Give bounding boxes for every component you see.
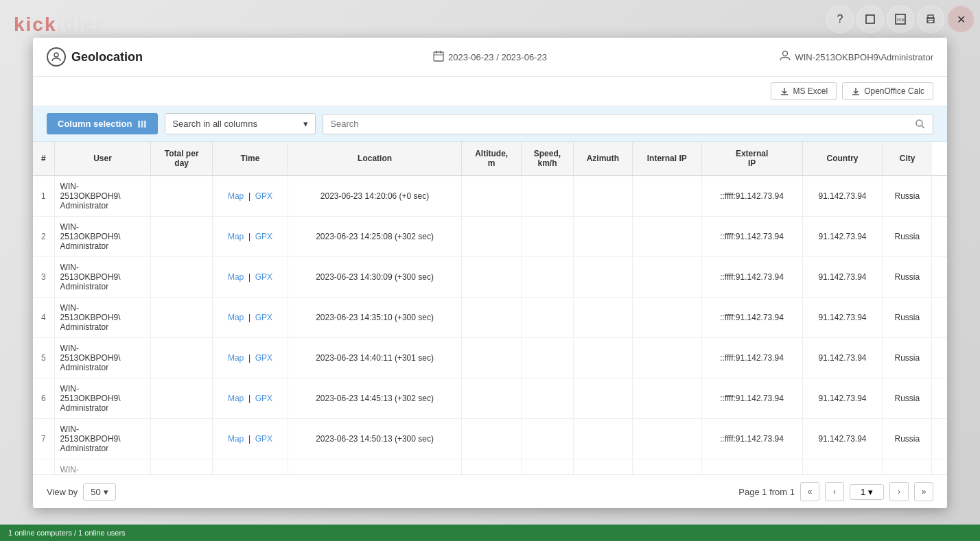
map-link[interactable]: Map [228, 232, 244, 241]
svg-rect-7 [434, 52, 443, 61]
cell-location [462, 459, 522, 475]
first-page-button[interactable]: « [800, 482, 819, 501]
cell-altitude [522, 217, 574, 257]
svg-point-6 [54, 53, 58, 57]
cell-altitude [522, 419, 574, 459]
calendar-icon [433, 51, 444, 64]
col-user: User [54, 142, 151, 176]
cell-num: 5 [33, 338, 54, 378]
cell-total [151, 459, 213, 475]
panel-title-area: Geolocation [47, 47, 780, 67]
view-by-chevron-icon: ▾ [104, 487, 108, 497]
pdf-button[interactable]: PDF [887, 5, 914, 33]
cell-time: 2023-06-23 14:30:09 (+300 sec) [288, 257, 462, 298]
search-input[interactable] [330, 119, 911, 129]
map-link[interactable]: Map [228, 353, 244, 363]
cell-user: WIN-2513OKBPOH9\Administrator [54, 298, 151, 338]
gpx-link[interactable]: GPX [255, 394, 272, 403]
gpx-link[interactable]: GPX [255, 191, 272, 201]
col-location: Location [288, 142, 462, 176]
cell-location [462, 419, 522, 459]
cell-azimuth [632, 419, 701, 459]
cell-city [932, 419, 947, 459]
cell-external-ip: 91.142.73.94 [802, 459, 883, 475]
cell-map-gpx: Map | GPX [212, 378, 288, 419]
cell-azimuth [632, 176, 701, 217]
cell-altitude [522, 338, 574, 378]
cell-internal-ip: ::ffff:91.142.73.94 [701, 378, 802, 419]
cell-external-ip: 91.142.73.94 [802, 338, 883, 378]
view-by-label: View by [47, 487, 78, 497]
cell-total [151, 217, 213, 257]
map-link[interactable]: Map [228, 434, 244, 444]
cell-altitude [522, 298, 574, 338]
cell-location [462, 338, 522, 378]
cell-num: 4 [33, 298, 54, 338]
cell-azimuth [632, 217, 701, 257]
cell-internal-ip: ::ffff:91.142.73.94 [701, 338, 802, 378]
map-link[interactable]: Map [228, 272, 244, 282]
cell-location [462, 176, 522, 217]
col-country: Country [802, 142, 883, 176]
print-icon-button[interactable] [917, 5, 944, 33]
gpx-link[interactable]: GPX [255, 232, 272, 241]
table-row: 4 WIN-2513OKBPOH9\Administrator Map | GP… [33, 298, 947, 338]
status-text: 1 online computers / 1 online users [8, 529, 126, 537]
cell-country: Russia [883, 217, 932, 257]
prev-page-button[interactable]: ‹ [825, 482, 844, 501]
svg-point-17 [916, 120, 922, 126]
panel-user-area: WIN-2513OKBPOH9\Administrator [780, 50, 933, 64]
openoffice-calc-button[interactable]: OpenOffice Calc [842, 82, 933, 100]
cell-city [932, 378, 947, 419]
gpx-link[interactable]: GPX [255, 353, 272, 363]
panel-username: WIN-2513OKBPOH9\Administrator [795, 52, 933, 62]
search-column-dropdown[interactable]: Search in all columns ▾ [165, 113, 316, 134]
cell-country: Russia [883, 459, 932, 475]
column-selection-button[interactable]: Column selection [47, 113, 158, 134]
page-info: Page 1 from 1 [738, 487, 795, 497]
cell-user: WIN-2513OKBPOH9\Administrator [54, 176, 151, 217]
map-link[interactable]: Map [228, 394, 244, 403]
cell-internal-ip: ::ffff:91.142.73.94 [701, 176, 802, 217]
cell-internal-ip: ::ffff:91.142.73.94 [701, 419, 802, 459]
svg-text:PDF: PDF [897, 18, 905, 22]
ms-excel-button[interactable]: MS Excel [771, 82, 837, 100]
cell-city [932, 338, 947, 378]
cell-total [151, 338, 213, 378]
cell-internal-ip: ::ffff:91.142.73.94 [701, 257, 802, 298]
cell-location [462, 257, 522, 298]
col-city: City [883, 142, 932, 176]
cell-time: 2023-06-23 14:35:10 (+300 sec) [288, 298, 462, 338]
map-link[interactable]: Map [228, 191, 244, 201]
table-row: 8 WIN-2513OKBPOH9\Administrator Map | GP… [33, 459, 947, 475]
last-page-button[interactable]: » [914, 482, 933, 501]
next-page-button[interactable]: › [889, 482, 909, 501]
window-button[interactable] [856, 5, 884, 33]
cell-altitude [522, 378, 574, 419]
cell-time: 2023-06-23 14:20:06 (+0 sec) [288, 176, 462, 217]
cell-country: Russia [883, 298, 932, 338]
help-button[interactable]: ? [826, 5, 854, 33]
gpx-link[interactable]: GPX [255, 272, 272, 282]
cell-user: WIN-2513OKBPOH9\Administrator [54, 378, 151, 419]
export-area: MS Excel OpenOffice Calc [33, 77, 947, 106]
table-row: 5 WIN-2513OKBPOH9\Administrator Map | GP… [33, 338, 947, 378]
cell-speed [573, 459, 632, 475]
cell-external-ip: 91.142.73.94 [802, 257, 883, 298]
gpx-link[interactable]: GPX [255, 313, 272, 322]
app-logo: kickidler [14, 14, 104, 36]
cell-user: WIN-2513OKBPOH9\Administrator [54, 459, 151, 475]
close-button[interactable]: ✕ [947, 5, 975, 33]
map-link[interactable]: Map [228, 313, 244, 322]
svg-line-18 [922, 125, 924, 128]
cell-time: 2023-06-23 14:25:08 (+302 sec) [288, 217, 462, 257]
col-azimuth: Azimuth [573, 142, 632, 176]
cell-altitude [522, 176, 574, 217]
cell-external-ip: 91.142.73.94 [802, 176, 883, 217]
search-input-wrap[interactable] [323, 114, 933, 134]
page-number-select[interactable]: 1 ▾ [850, 484, 884, 500]
view-by-area: View by 50 ▾ [47, 483, 116, 501]
gpx-link[interactable]: GPX [255, 434, 272, 444]
main-panel: Geolocation 2023-06-23 / 2023-06-23 [33, 38, 947, 508]
view-by-select[interactable]: 50 ▾ [83, 483, 115, 501]
